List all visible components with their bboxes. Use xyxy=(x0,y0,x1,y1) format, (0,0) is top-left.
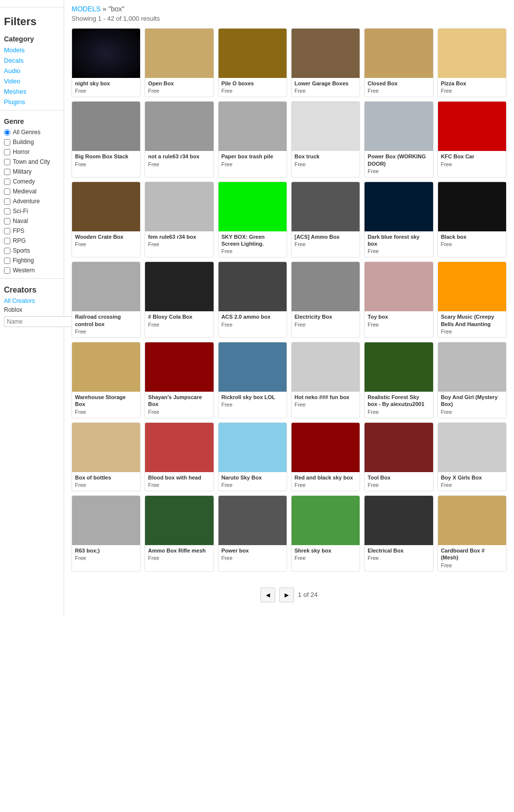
genre-item-military[interactable]: Military xyxy=(0,167,64,177)
category-item-plugins[interactable]: Plugins xyxy=(0,97,64,107)
item-card[interactable]: Boy And Girl (Mystery Box)Free xyxy=(438,342,507,418)
item-card[interactable]: fem rule63 r34 boxFree xyxy=(145,182,214,258)
item-card[interactable]: Red and black sky boxFree xyxy=(291,422,360,491)
category-item-models[interactable]: Models xyxy=(0,45,64,55)
item-card[interactable]: [ACS] Ammo BoxFree xyxy=(291,182,360,258)
item-card[interactable]: Dark blue forest sky boxFree xyxy=(364,182,433,258)
item-card[interactable]: Box truckFree xyxy=(291,101,360,178)
item-card[interactable]: Black boxFree xyxy=(438,182,507,258)
genre-checkbox-naval[interactable] xyxy=(4,218,10,224)
genre-item-naval[interactable]: Naval xyxy=(0,216,64,226)
item-price: Free xyxy=(294,555,357,561)
roblox-creator-label[interactable]: Roblox xyxy=(0,305,64,314)
item-thumbnail xyxy=(292,496,360,545)
genre-item-medieval[interactable]: Medieval xyxy=(0,186,64,196)
item-info: KFC Box CarFree xyxy=(438,151,506,170)
item-card[interactable]: Open BoxFree xyxy=(145,28,214,97)
item-card[interactable]: Toy boxFree xyxy=(364,261,433,338)
item-card[interactable]: Big Room Box StackFree xyxy=(72,101,141,178)
genre-checkbox-military[interactable] xyxy=(4,169,10,175)
prev-page-button[interactable]: ◄ xyxy=(260,588,275,602)
category-item-audio[interactable]: Audio xyxy=(0,66,64,76)
item-card[interactable]: # Bloxy Cola BoxFree xyxy=(145,261,214,338)
item-price: Free xyxy=(221,248,284,254)
genre-item-western[interactable]: Western xyxy=(0,265,64,275)
item-card[interactable]: Box of bottlesFree xyxy=(72,422,141,491)
genre-checkbox-horror[interactable] xyxy=(4,149,10,155)
item-card[interactable]: SKY BOX: Green Screen Lighting.Free xyxy=(218,182,287,258)
all-creators-label[interactable]: All Creators xyxy=(0,296,64,305)
item-card[interactable]: ACS 2.0 ammo boxFree xyxy=(218,261,287,338)
item-card[interactable]: Pizza BoxFree xyxy=(438,28,507,97)
item-card[interactable]: Closed BoxFree xyxy=(364,28,433,97)
item-info: Power boxFree xyxy=(219,545,287,564)
item-card[interactable]: Wooden Crate BoxFree xyxy=(72,182,141,258)
genre-item-rpg[interactable]: RPG xyxy=(0,236,64,246)
item-card[interactable]: night sky boxFree xyxy=(72,28,141,97)
genre-checkbox-town-and-city[interactable] xyxy=(4,159,10,165)
item-card[interactable]: KFC Box CarFree xyxy=(438,101,507,178)
item-card[interactable]: R63 box;)Free xyxy=(72,495,141,572)
item-name: KFC Box Car xyxy=(441,153,503,160)
genre-checkbox-sports[interactable] xyxy=(4,248,10,254)
genre-item-fps[interactable]: FPS xyxy=(0,226,64,236)
genre-checkbox-western[interactable] xyxy=(4,267,10,274)
genre-checkbox-comedy[interactable] xyxy=(4,179,10,185)
item-card[interactable]: Paper box trash pileFree xyxy=(218,101,287,178)
category-item-video[interactable]: Video xyxy=(0,76,64,86)
item-card[interactable]: Blood box with headFree xyxy=(145,422,214,491)
genre-item-sports[interactable]: Sports xyxy=(0,246,64,256)
item-card[interactable]: Electricity BoxFree xyxy=(291,261,360,338)
item-card[interactable]: Tool BoxFree xyxy=(364,422,433,491)
item-card[interactable]: Warehouse Storage BoxFree xyxy=(72,342,141,418)
item-card[interactable]: Railroad crossing control boxFree xyxy=(72,261,141,338)
genre-all-genres[interactable]: All Genres xyxy=(0,127,64,137)
genre-checkbox-fighting[interactable] xyxy=(4,258,10,264)
item-card[interactable]: Pile O boxesFree xyxy=(218,28,287,97)
item-card[interactable]: Rickroll sky box LOLFree xyxy=(218,342,287,418)
item-name: Power Box (WORKING DOOR) xyxy=(367,153,430,167)
item-card[interactable]: Power Box (WORKING DOOR)Free xyxy=(364,101,433,178)
genre-checkbox-medieval[interactable] xyxy=(4,188,10,195)
item-card[interactable]: Naruto Sky BoxFree xyxy=(218,422,287,491)
item-card[interactable]: Electrical BoxFree xyxy=(364,495,433,572)
item-card[interactable]: not a rule63 r34 boxFree xyxy=(145,101,214,178)
item-thumbnail xyxy=(365,29,433,78)
item-price: Free xyxy=(148,161,210,167)
category-item-meshes[interactable]: Meshes xyxy=(0,86,64,97)
item-card[interactable]: Shrek sky boxFree xyxy=(291,495,360,572)
genre-item-adventure[interactable]: Adventure xyxy=(0,196,64,206)
genre-checkbox-rpg[interactable] xyxy=(4,238,10,244)
item-info: Toy boxFree xyxy=(365,311,433,330)
genre-checkbox-sci-fi[interactable] xyxy=(4,208,10,215)
genre-checkbox-adventure[interactable] xyxy=(4,198,10,205)
item-thumbnail xyxy=(72,342,140,392)
genre-item-comedy[interactable]: Comedy xyxy=(0,177,64,186)
item-name: R63 box;) xyxy=(75,547,137,554)
item-card[interactable]: Cardboard Box # (Mesh)Free xyxy=(438,495,507,572)
item-thumbnail xyxy=(219,262,287,311)
item-card[interactable]: Scary Music (Creepy Bells And HauntingFr… xyxy=(438,261,507,338)
item-card[interactable]: Ammo Box Rifle meshFree xyxy=(145,495,214,572)
next-page-button[interactable]: ► xyxy=(279,588,294,602)
item-card[interactable]: Realistic Forest Sky box - By alexutzu20… xyxy=(364,342,433,418)
item-price: Free xyxy=(294,241,357,247)
item-thumbnail xyxy=(438,29,506,78)
genre-item-fighting[interactable]: Fighting xyxy=(0,256,64,265)
genre-label: Military xyxy=(13,168,32,175)
genre-item-town-and-city[interactable]: Town and City xyxy=(0,157,64,167)
genre-checkbox-building[interactable] xyxy=(4,139,10,146)
item-card[interactable]: Lower Garage BoxesFree xyxy=(291,28,360,97)
genre-item-horror[interactable]: Horror xyxy=(0,147,64,157)
genre-all-radio[interactable] xyxy=(4,129,10,136)
genre-item-building[interactable]: Building xyxy=(0,137,64,147)
item-name: Hot neko ### fun box xyxy=(294,394,357,401)
genre-checkbox-fps[interactable] xyxy=(4,228,10,234)
genre-item-sci-fi[interactable]: Sci-Fi xyxy=(0,206,64,216)
item-card[interactable]: Power boxFree xyxy=(218,495,287,572)
item-card[interactable]: Shayan's Jumpscare BoxFree xyxy=(145,342,214,418)
category-item-decals[interactable]: Decals xyxy=(0,55,64,66)
item-card[interactable]: Hot neko ### fun boxFree xyxy=(291,342,360,418)
breadcrumb-models-link[interactable]: MODELS xyxy=(72,5,101,13)
item-card[interactable]: Boy X Girls BoxFree xyxy=(438,422,507,491)
